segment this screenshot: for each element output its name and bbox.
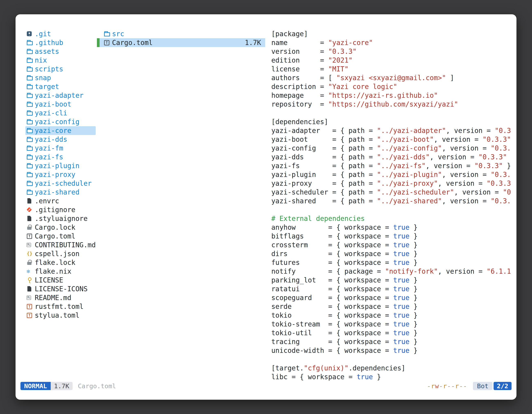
preview-line: crossterm = { workspace = true } <box>271 241 512 249</box>
entry-label: yazi-fs <box>35 153 63 161</box>
preview-line: unicode-width = { workspace = true } <box>271 346 512 355</box>
folder-icon <box>26 91 34 100</box>
parent-entry[interactable]: Cargo.lock <box>25 223 96 232</box>
toml-icon <box>26 311 34 320</box>
status-filename: Cargo.toml <box>78 382 116 390</box>
lock-icon <box>26 258 34 267</box>
entry-label: LICENSE <box>35 276 63 285</box>
entry-label: yazi-adapter <box>35 91 83 100</box>
entry-label: assets <box>35 47 59 56</box>
preview-line: edition = "2021" <box>271 56 512 65</box>
parent-entry[interactable]: yazi-proxy <box>25 170 96 179</box>
preview-line: scopeguard = { workspace = true } <box>271 293 512 302</box>
parent-entry[interactable]: snap <box>25 73 96 82</box>
parent-entry[interactable]: .gitignore <box>25 205 96 214</box>
status-bar: NORMAL 1.7K Cargo.toml -rw-r--r-- Bot 2/… <box>20 381 512 391</box>
parent-entry[interactable]: .styluaignore <box>25 214 96 223</box>
markdown-icon <box>26 241 34 249</box>
folder-icon <box>26 73 34 82</box>
entry-label: yazi-plugin <box>35 161 80 170</box>
preview-line: license = "MIT" <box>271 65 512 73</box>
permissions: -rw-r--r-- <box>427 382 467 390</box>
preview-line: description = "Yazi core logic" <box>271 82 512 91</box>
parent-entry[interactable]: yazi-cli <box>25 109 96 117</box>
preview-line: version = "0.3.3" <box>271 47 512 56</box>
parent-entry[interactable]: cspell.json <box>25 249 96 258</box>
parent-entry[interactable]: stylua.toml <box>25 311 96 320</box>
preview-line: yazi-dds = { path = "../yazi-dds", versi… <box>271 153 512 161</box>
git-ignore-icon <box>26 205 34 214</box>
parent-entry[interactable]: rustfmt.toml <box>25 302 96 311</box>
parent-entry[interactable]: flake.nix <box>25 267 96 276</box>
file-icon <box>26 285 34 293</box>
parent-entry[interactable]: yazi-boot <box>25 100 96 109</box>
parent-entry[interactable]: target <box>25 82 96 91</box>
preview-line: [target."cfg(unix)".dependencies] <box>271 364 512 373</box>
entry-label: Cargo.toml <box>35 232 76 241</box>
parent-entry[interactable]: yazi-adapter <box>25 91 96 100</box>
folder-icon <box>26 170 34 179</box>
parent-entry[interactable]: LICENSE-ICONS <box>25 285 96 293</box>
file-size-chip: 1.7K <box>51 382 73 390</box>
preview-line: dirs = { workspace = true } <box>271 249 512 258</box>
parent-entry[interactable]: nix <box>25 56 96 65</box>
preview-line: yazi-adapter = { path = "../yazi-adapter… <box>271 126 512 135</box>
parent-entry[interactable]: scripts <box>25 65 96 73</box>
entry-label: yazi-cli <box>35 109 67 117</box>
folder-icon <box>104 29 112 38</box>
parent-entry[interactable]: yazi-shared <box>25 188 96 197</box>
toml-icon <box>104 38 112 47</box>
folder-icon <box>26 117 34 126</box>
parent-entry[interactable]: assets <box>25 47 96 56</box>
parent-entry[interactable]: yazi-config <box>25 117 96 126</box>
parent-entry[interactable]: flake.lock <box>25 258 96 267</box>
file-entry[interactable]: src <box>97 29 265 38</box>
json-icon <box>26 249 34 258</box>
parent-entry[interactable]: README.md <box>25 293 96 302</box>
entry-label: flake.lock <box>35 258 76 267</box>
parent-entry[interactable]: yazi-fm <box>25 144 96 153</box>
parent-entry[interactable]: yazi-scheduler <box>25 179 96 188</box>
parent-entry[interactable]: yazi-core <box>25 126 96 135</box>
parent-entry[interactable]: yazi-fs <box>25 153 96 161</box>
preview-line <box>271 109 512 117</box>
folder-icon <box>26 161 34 170</box>
entry-label: src <box>112 29 124 38</box>
entry-label: .styluaignore <box>35 214 87 223</box>
preview-line: parking_lot = { workspace = true } <box>271 276 512 285</box>
preview-line: serde = { workspace = true } <box>271 302 512 311</box>
parent-entry[interactable]: .git <box>25 29 96 38</box>
preview-line: name = "yazi-core" <box>271 38 512 47</box>
entry-label: yazi-proxy <box>35 170 76 179</box>
preview-line: ratatui = { workspace = true } <box>271 285 512 293</box>
parent-entry[interactable]: CONTRIBUTING.md <box>25 241 96 249</box>
entry-label: yazi-core <box>35 126 71 135</box>
cursor-counter-badge: 2/2 <box>494 382 512 390</box>
entry-label: Cargo.lock <box>35 223 76 232</box>
parent-pane: .git .github assets nix <box>25 29 96 381</box>
entry-label: yazi-scheduler <box>35 179 92 188</box>
preview-line: yazi-shared = { path = "../yazi-shared",… <box>271 197 512 205</box>
parent-entry[interactable]: .github <box>25 38 96 47</box>
preview-line: yazi-proxy = { path = "../yazi-proxy", v… <box>271 179 512 188</box>
preview-line: authors = [ "sxyazi <sxyazi@gmail.com>" … <box>271 73 512 82</box>
preview-line: futures = { workspace = true } <box>271 258 512 267</box>
entry-label: snap <box>35 73 51 82</box>
entry-label: .git <box>35 29 51 38</box>
manager-panes: .git .github assets nix <box>16 14 516 381</box>
preview-line: yazi-config = { path = "../yazi-config",… <box>271 144 512 153</box>
parent-entry[interactable]: yazi-dds <box>25 135 96 144</box>
parent-entry[interactable]: Cargo.toml <box>25 232 96 241</box>
parent-entry[interactable]: .envrc <box>25 197 96 205</box>
entry-label: .github <box>35 38 63 47</box>
preview-line: yazi-scheduler = { path = "../yazi-sched… <box>271 188 512 197</box>
file-icon <box>26 214 34 223</box>
preview-line: bitflags = { workspace = true } <box>271 232 512 241</box>
parent-entry[interactable]: LICENSE <box>25 276 96 285</box>
preview-line: tokio-stream = { workspace = true } <box>271 320 512 328</box>
file-entry[interactable]: Cargo.toml 1.7K <box>97 38 265 47</box>
parent-entry[interactable]: yazi-plugin <box>25 161 96 170</box>
preview-line: homepage = "https://yazi-rs.github.io" <box>271 91 512 100</box>
preview-line: yazi-boot = { path = "../yazi-boot", ver… <box>271 135 512 144</box>
toml-icon <box>26 302 34 311</box>
